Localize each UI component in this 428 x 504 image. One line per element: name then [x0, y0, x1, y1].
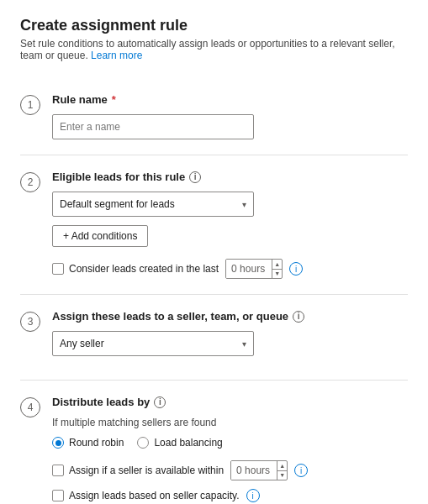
page-container: Create assignment rule Set rule conditio…	[0, 0, 428, 504]
assign-seller-checkbox[interactable]	[52, 465, 64, 476]
consider-leads-hours-spinner: ▲ ▼	[225, 259, 283, 279]
assign-seller-hours-spinner: ▲ ▼	[230, 460, 288, 480]
add-conditions-button[interactable]: + Add conditions	[52, 225, 148, 247]
section-4-label: Distribute leads by i	[52, 396, 408, 408]
step-3-number: 3	[20, 312, 40, 332]
page-title: Create assignment rule	[20, 17, 408, 34]
consider-leads-checkbox-label[interactable]: Consider leads created in the last	[52, 263, 219, 275]
consider-leads-hours-input[interactable]	[226, 260, 272, 278]
load-balancing-label: Load balancing	[154, 437, 222, 449]
segment-dropdown[interactable]: Default segment for leads ▾	[52, 192, 254, 217]
section-rule-name: 1 Rule name *	[20, 78, 408, 155]
section-4-content: Distribute leads by i If multiple matchi…	[52, 396, 408, 502]
consider-leads-spinner-arrows: ▲ ▼	[272, 260, 282, 278]
assign-leads-info-icon[interactable]: i	[293, 311, 304, 323]
consider-leads-up-arrow[interactable]: ▲	[272, 260, 282, 270]
section-eligible-leads: 2 Eligible leads for this rule i Default…	[20, 155, 408, 295]
load-balancing-radio[interactable]	[137, 437, 149, 449]
assign-capacity-text: Assign leads based on seller capacity.	[69, 490, 240, 501]
section-3-label: Assign these leads to a seller, team, or…	[52, 310, 408, 323]
step-1-number: 1	[20, 95, 40, 115]
seller-dropdown-chevron: ▾	[242, 339, 246, 349]
step-2-number: 2	[20, 172, 40, 192]
section-distribute-leads: 4 Distribute leads by i If multiple matc…	[20, 381, 408, 504]
distribute-radio-group: Round robin Load balancing	[52, 437, 408, 449]
seller-dropdown-value: Any seller	[60, 338, 104, 349]
required-indicator: *	[112, 93, 116, 106]
add-conditions-label: + Add conditions	[63, 230, 137, 242]
consider-leads-info-icon[interactable]: i	[289, 262, 303, 276]
consider-leads-row: Consider leads created in the last ▲ ▼ i	[52, 259, 408, 279]
section-2-label: Eligible leads for this rule i	[52, 171, 408, 183]
section-1-content: Rule name *	[52, 93, 408, 139]
segment-dropdown-value: Default segment for leads	[60, 198, 175, 210]
assign-seller-checkbox-label[interactable]: Assign if a seller is available within	[52, 465, 224, 476]
assign-seller-row: Assign if a seller is available within ▲…	[52, 460, 408, 480]
segment-dropdown-chevron: ▾	[242, 200, 246, 209]
section-2-content: Eligible leads for this rule i Default s…	[52, 171, 408, 279]
round-robin-radio-label[interactable]: Round robin	[52, 437, 124, 449]
assign-seller-up-arrow[interactable]: ▲	[277, 461, 287, 471]
round-robin-label: Round robin	[69, 437, 124, 449]
assign-seller-hours-input[interactable]	[231, 461, 277, 480]
load-balancing-radio-label[interactable]: Load balancing	[137, 437, 222, 449]
step-4-number: 4	[20, 397, 40, 417]
assign-seller-text: Assign if a seller is available within	[69, 465, 224, 476]
assign-capacity-row: Assign leads based on seller capacity. i	[52, 489, 408, 502]
subtitle-text: Set rule conditions to automatically ass…	[20, 38, 395, 61]
distribute-subtitle: If multiple matching sellers are found	[52, 417, 408, 428]
learn-more-link[interactable]: Learn more	[91, 50, 142, 61]
page-header: Create assignment rule Set rule conditio…	[20, 17, 408, 61]
seller-dropdown[interactable]: Any seller ▾	[52, 331, 254, 356]
consider-leads-checkbox[interactable]	[52, 263, 64, 275]
assign-capacity-checkbox[interactable]	[52, 490, 64, 501]
assign-seller-info-icon[interactable]: i	[294, 464, 308, 477]
eligible-leads-info-icon[interactable]: i	[189, 171, 201, 183]
page-subtitle: Set rule conditions to automatically ass…	[20, 38, 408, 61]
consider-leads-text: Consider leads created in the last	[69, 263, 219, 275]
section-1-label: Rule name *	[52, 93, 408, 106]
consider-leads-down-arrow[interactable]: ▼	[272, 270, 282, 279]
assign-capacity-info-icon[interactable]: i	[246, 489, 260, 502]
assign-capacity-checkbox-label[interactable]: Assign leads based on seller capacity.	[52, 490, 240, 501]
round-robin-radio-inner	[55, 440, 61, 446]
section-assign-leads: 3 Assign these leads to a seller, team, …	[20, 295, 408, 381]
assign-seller-spinner-arrows: ▲ ▼	[277, 461, 287, 480]
rule-name-input[interactable]	[52, 114, 254, 139]
section-3-content: Assign these leads to a seller, team, or…	[52, 310, 408, 365]
round-robin-radio[interactable]	[52, 437, 64, 449]
assign-seller-down-arrow[interactable]: ▼	[277, 471, 287, 480]
distribute-info-icon[interactable]: i	[154, 396, 166, 408]
